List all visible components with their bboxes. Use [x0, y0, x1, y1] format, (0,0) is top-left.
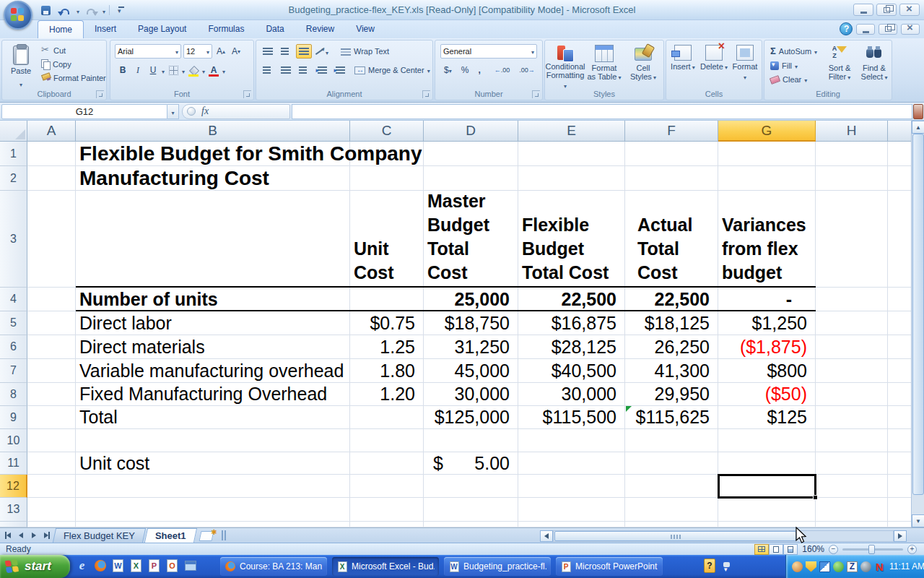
- row-header-1[interactable]: 1: [0, 142, 27, 166]
- cell-C7[interactable]: 1.80: [350, 359, 424, 383]
- cell-H10[interactable]: [816, 429, 888, 452]
- cell-F3[interactable]: Actual Total Cost: [625, 191, 718, 288]
- align-right-button[interactable]: [296, 63, 312, 77]
- shrink-font-button[interactable]: A▾: [230, 44, 243, 59]
- column-header-e[interactable]: E: [518, 121, 625, 142]
- cell-G9[interactable]: $125: [718, 406, 816, 429]
- row-header-11[interactable]: 11: [0, 452, 27, 475]
- tab-home[interactable]: Home: [38, 20, 84, 38]
- shield-icon[interactable]: [806, 561, 816, 572]
- save-button[interactable]: [38, 3, 53, 17]
- cell-B12[interactable]: [76, 475, 350, 498]
- cell-B8[interactable]: Fixed Manufacturing Overhead: [76, 383, 350, 406]
- undo-button[interactable]: [57, 3, 73, 17]
- cell-I11[interactable]: [888, 452, 911, 475]
- column-header-b[interactable]: B: [76, 121, 350, 142]
- cell-H13[interactable]: [816, 498, 888, 522]
- antivirus-icon[interactable]: [874, 561, 885, 572]
- cell-C10[interactable]: [350, 429, 424, 452]
- cell-F7[interactable]: 41,300: [625, 359, 718, 383]
- cell-G7[interactable]: $800: [718, 359, 816, 383]
- fill-color-dropdown-arrow[interactable]: [202, 64, 205, 77]
- cell-C2[interactable]: [350, 166, 424, 191]
- cell-C3[interactable]: Unit Cost: [350, 191, 424, 288]
- sort-filter-button[interactable]: Sort & Filter: [822, 43, 857, 91]
- cell-A6[interactable]: [27, 335, 76, 359]
- row-header-6[interactable]: 6: [0, 335, 27, 359]
- undo-dropdown-arrow[interactable]: [77, 4, 79, 17]
- fill-color-button[interactable]: [187, 63, 200, 77]
- cell-D4[interactable]: 25,000: [424, 288, 518, 311]
- restore-button[interactable]: [876, 4, 897, 16]
- cell-B1[interactable]: Flexible Budget for Smith Company: [76, 142, 350, 166]
- cell-G10[interactable]: [718, 429, 816, 452]
- copy-button[interactable]: Copy: [38, 58, 109, 70]
- cell-A12[interactable]: [27, 475, 76, 498]
- cell-F13[interactable]: [625, 498, 718, 522]
- cell-F8[interactable]: 29,950: [625, 383, 718, 406]
- row-header-7[interactable]: 7: [0, 359, 27, 383]
- cell-H6[interactable]: [816, 335, 888, 359]
- cell-D7[interactable]: 45,000: [424, 359, 518, 383]
- cell-D12[interactable]: [424, 475, 518, 498]
- increase-indent-button[interactable]: [332, 63, 348, 77]
- column-header-c[interactable]: C: [350, 121, 424, 142]
- tab-insert[interactable]: Insert: [84, 20, 127, 38]
- zonealarm-icon[interactable]: [847, 561, 858, 572]
- window-icon[interactable]: [183, 558, 197, 574]
- next-sheet-button[interactable]: [28, 530, 40, 541]
- cell-A11[interactable]: [27, 452, 76, 475]
- zoom-slider-thumb[interactable]: [868, 545, 875, 554]
- cell-F6[interactable]: 26,250: [625, 335, 718, 359]
- cell-B5[interactable]: Direct labor: [76, 311, 350, 335]
- cell-C8[interactable]: 1.20: [350, 383, 424, 406]
- bottom-align-button[interactable]: [296, 44, 312, 59]
- cell-E1[interactable]: [518, 142, 625, 166]
- increase-decimal-button[interactable]: ←.00: [491, 63, 514, 77]
- cell-H8[interactable]: [816, 383, 888, 406]
- cell-A7[interactable]: [27, 359, 76, 383]
- redo-dropdown-arrow[interactable]: [103, 4, 105, 17]
- scroll-up-button[interactable]: ▲: [912, 121, 924, 134]
- fill-handle[interactable]: [813, 495, 818, 500]
- cell-G4[interactable]: -: [718, 288, 816, 311]
- cell-F10[interactable]: [625, 429, 718, 452]
- first-sheet-button[interactable]: [2, 530, 14, 541]
- minimize-button[interactable]: [853, 4, 873, 16]
- normal-view-button[interactable]: [754, 544, 769, 555]
- font-dialog-launcher[interactable]: [243, 90, 251, 98]
- cell-H1[interactable]: [816, 142, 888, 166]
- cell-B14[interactable]: [76, 522, 350, 527]
- number-dialog-launcher[interactable]: [532, 90, 540, 98]
- paste-button[interactable]: Paste: [6, 43, 36, 90]
- wrap-text-button[interactable]: Wrap Text: [338, 46, 392, 57]
- publisher-icon[interactable]: [147, 558, 161, 574]
- cell-G3[interactable]: Variances from flex budget: [718, 191, 816, 288]
- underline-dropdown-arrow[interactable]: [162, 64, 165, 77]
- top-align-button[interactable]: [260, 44, 276, 59]
- zoom-out-button[interactable]: −: [829, 545, 838, 554]
- column-header-d[interactable]: D: [424, 121, 518, 142]
- workbook-close-button[interactable]: [901, 24, 920, 35]
- cell-A4[interactable]: [27, 288, 76, 311]
- cell-C1[interactable]: [350, 142, 424, 166]
- number-format-combo[interactable]: General: [440, 44, 537, 59]
- cell-A14[interactable]: [27, 522, 76, 527]
- cell-F2[interactable]: [625, 166, 718, 191]
- cell-H5[interactable]: [816, 311, 888, 335]
- orientation-button[interactable]: [314, 44, 330, 59]
- cell-I5[interactable]: [888, 311, 911, 335]
- name-box[interactable]: G12: [1, 104, 167, 119]
- close-button[interactable]: [899, 4, 920, 16]
- cell-A2[interactable]: [27, 166, 76, 191]
- cell-B7[interactable]: Variable manufacturing overhead: [76, 359, 350, 383]
- conditional-formatting-button[interactable]: Conditional Formatting: [546, 43, 584, 91]
- tab-page-layout[interactable]: Page Layout: [127, 20, 197, 38]
- cell-H4[interactable]: [816, 288, 888, 311]
- safely-remove-hardware-icon[interactable]: [721, 561, 733, 572]
- cell-A9[interactable]: [27, 406, 76, 429]
- cell-C13[interactable]: [350, 498, 424, 522]
- cell-A5[interactable]: [27, 311, 76, 335]
- cell-F4[interactable]: 22,500: [625, 288, 718, 311]
- cell-F12[interactable]: [625, 475, 718, 498]
